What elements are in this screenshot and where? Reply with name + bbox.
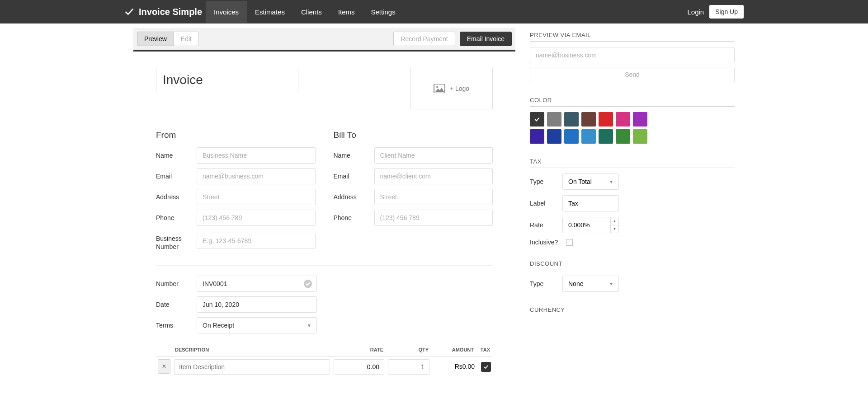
email-invoice-button[interactable]: Email Invoice [460, 32, 512, 46]
color-swatch[interactable] [530, 112, 544, 127]
tax-type-select[interactable] [562, 174, 619, 190]
color-swatch[interactable] [599, 129, 613, 144]
from-email-input[interactable] [197, 168, 316, 184]
login-link[interactable]: Login [687, 8, 704, 16]
tax-label-input[interactable] [562, 195, 619, 211]
brand-label: Invoice Simple [139, 7, 202, 17]
tax-rate-label: Rate [530, 221, 562, 229]
sidebar: PREVIEW VIA EMAIL Send COLOR [530, 23, 735, 322]
col-description: DESCRIPTION [172, 343, 332, 356]
preview-email-input[interactable] [530, 47, 735, 63]
navbar: Invoice Simple Invoices Estimates Client… [0, 0, 868, 23]
col-qty: QTY [386, 343, 431, 356]
col-amount: AMOUNT [431, 343, 476, 356]
invoice-document: + Logo From Name Email Address [133, 50, 515, 377]
item-description-input[interactable] [174, 359, 330, 375]
billto-address-label: Address [334, 193, 374, 201]
svg-point-3 [304, 280, 312, 288]
item-tax-checkbox[interactable] [481, 362, 491, 372]
checkmark-icon [124, 7, 134, 17]
from-address-label: Address [156, 193, 197, 201]
color-swatch[interactable] [581, 112, 596, 127]
color-swatch[interactable] [547, 129, 561, 144]
color-swatch[interactable] [530, 129, 544, 144]
billto-email-input[interactable] [374, 168, 493, 184]
nav-settings[interactable]: Settings [363, 1, 404, 23]
billto-phone-label: Phone [334, 214, 374, 221]
currency-heading: CURRENCY [530, 306, 735, 316]
tax-type-label: Type [530, 178, 562, 185]
tax-inclusive-checkbox[interactable] [566, 239, 573, 246]
brand[interactable]: Invoice Simple [124, 7, 202, 17]
terms-label: Terms [156, 322, 197, 329]
color-swatch[interactable] [633, 129, 647, 144]
color-swatch[interactable] [616, 129, 630, 144]
color-heading: COLOR [530, 97, 735, 107]
nav-items[interactable]: Items [330, 1, 363, 23]
col-tax: TAX [476, 343, 493, 356]
check-icon [483, 364, 489, 370]
color-swatch[interactable] [564, 112, 579, 127]
from-bn-input[interactable] [197, 233, 316, 249]
billto-name-input[interactable] [374, 147, 493, 164]
from-heading: From [156, 130, 316, 140]
color-swatch[interactable] [581, 129, 596, 144]
spinner-down[interactable]: ▼ [610, 225, 618, 233]
signup-button[interactable]: Sign Up [709, 5, 744, 19]
discount-type-label: Type [530, 280, 562, 287]
image-icon [434, 84, 445, 93]
check-circle-icon [303, 279, 312, 288]
tax-label-label: Label [530, 200, 562, 207]
number-label: Number [156, 280, 197, 287]
document-title-input[interactable] [156, 68, 298, 92]
remove-item-button[interactable]: × [158, 359, 170, 374]
from-name-input[interactable] [197, 147, 316, 164]
number-input[interactable] [197, 276, 317, 292]
preview-tab[interactable]: Preview [137, 32, 174, 46]
logo-upload-label: + Logo [450, 85, 469, 92]
discount-heading: DISCOUNT [530, 260, 735, 270]
action-bar: Preview Edit Record Payment Email Invoic… [133, 28, 515, 50]
check-icon [533, 116, 541, 123]
divider [156, 265, 493, 266]
color-swatch[interactable] [633, 112, 647, 127]
nav-estimates[interactable]: Estimates [247, 1, 293, 23]
from-bn-label: Business Number [156, 230, 197, 251]
terms-select[interactable] [197, 317, 317, 333]
color-swatch[interactable] [547, 112, 561, 127]
from-phone-input[interactable] [197, 210, 316, 226]
items-table: DESCRIPTION RATE QTY AMOUNT TAX × Rs0.00 [156, 343, 493, 377]
spinner-up[interactable]: ▲ [610, 217, 618, 225]
item-rate-input[interactable] [334, 359, 384, 375]
from-section: From Name Email Address Phone [156, 130, 316, 255]
date-label: Date [156, 301, 197, 308]
send-button[interactable]: Send [530, 67, 735, 82]
billto-email-label: Email [334, 173, 374, 180]
color-swatch[interactable] [599, 112, 613, 127]
nav-invoices[interactable]: Invoices [206, 1, 247, 23]
record-payment-button[interactable]: Record Payment [393, 32, 455, 46]
col-rate: RATE [332, 343, 386, 356]
edit-tab[interactable]: Edit [174, 32, 199, 46]
from-phone-label: Phone [156, 214, 197, 221]
discount-type-select[interactable] [562, 276, 619, 292]
item-amount: Rs0.00 [431, 356, 476, 378]
tax-heading: TAX [530, 158, 735, 168]
date-input[interactable] [197, 296, 317, 313]
billto-name-label: Name [334, 152, 374, 159]
logo-upload-box[interactable]: + Logo [410, 68, 493, 109]
preview-email-heading: PREVIEW VIA EMAIL [530, 32, 735, 42]
nav-clients[interactable]: Clients [293, 1, 330, 23]
billto-phone-input[interactable] [374, 210, 493, 226]
color-swatch[interactable] [564, 129, 579, 144]
from-address-input[interactable] [197, 189, 316, 205]
item-row: × Rs0.00 [156, 356, 493, 378]
color-grid [530, 112, 735, 144]
item-qty-input[interactable] [388, 359, 429, 375]
billto-address-input[interactable] [374, 189, 493, 205]
bill-to-heading: Bill To [334, 130, 493, 140]
from-name-label: Name [156, 152, 197, 159]
svg-point-1 [436, 86, 438, 88]
svg-marker-2 [435, 88, 444, 92]
color-swatch[interactable] [616, 112, 630, 127]
